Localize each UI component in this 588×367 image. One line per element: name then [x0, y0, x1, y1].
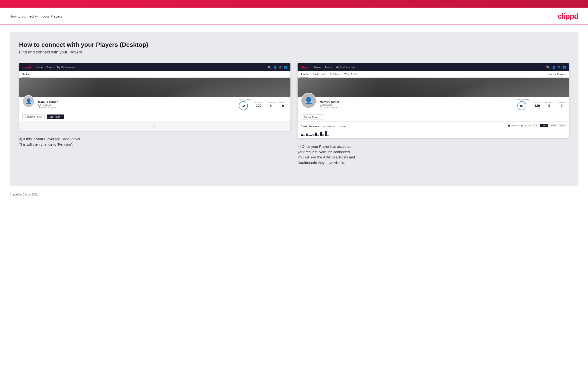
page-heading: How to connect with your Players (Deskto… [19, 41, 569, 49]
chart-on-bar-1 [306, 133, 308, 136]
right-player-info: Marcus Turner 1-5 Handicap 📍 United King… [320, 100, 339, 108]
search-icon[interactable]: 🔍 [268, 66, 271, 69]
on-course-legend-label: On course [511, 125, 519, 127]
time-filter-1yr[interactable]: 1 yr [533, 124, 539, 127]
header-title: How to connect with your Players [9, 14, 62, 18]
right-quality-block: Player Quality 92 [517, 99, 529, 110]
tab-profile-right[interactable]: Profile [300, 71, 309, 77]
left-following-label: Following [279, 101, 287, 103]
remove-player-button[interactable]: Remove Player ✕ [301, 115, 324, 119]
right-activities-label: Activities [533, 101, 541, 103]
right-caption: 4) Once your Player has acceptedyour req… [298, 144, 569, 165]
tab-what-to-on-right[interactable]: What To On [344, 71, 358, 77]
right-followers-stat: Followers 0 [545, 101, 553, 108]
right-user-label[interactable]: Marcus Turner ▾ [548, 72, 566, 77]
left-profile-hero [19, 78, 290, 97]
scissors-icon: ✂ [152, 123, 157, 129]
left-activities-label: Activities [255, 101, 262, 103]
page-subheading: Find and connect with your Players [19, 50, 569, 55]
right-player-location: 📍 United Kingdom [320, 106, 339, 108]
chart-off-bar-5 [327, 135, 329, 136]
off-course-legend-label: Off course [524, 125, 532, 127]
left-player-location: 📍 United Kingdom [38, 106, 58, 108]
time-filter-1mth[interactable]: 1 mth [559, 124, 566, 127]
right-followers-value: 0 [545, 104, 553, 108]
right-globe-icon[interactable]: 🌐 [562, 66, 566, 69]
remove-x-icon: ✕ [320, 116, 321, 118]
activity-controls: On course Off course 1 yr 6 mths 3 mths … [508, 124, 566, 127]
chart-off-bar-0 [303, 135, 305, 136]
left-action-buttons: Request to Follow Add Player + [19, 113, 290, 121]
screenshot-right-col: clippd Home Teams My Performance 🔍 👤 ⚙ 🌐… [298, 63, 569, 165]
right-nav-teams[interactable]: Teams [325, 66, 332, 69]
right-activities-stat: Activities 129 [533, 101, 541, 108]
chart-off-bar-2 [312, 134, 314, 136]
screenshots-row: clippd Home Teams My Performance 🔍 👤 ⚙ 🌐… [19, 63, 569, 165]
right-profile-hero [298, 78, 569, 97]
right-nav-performance[interactable]: My Performance [336, 66, 355, 69]
right-quality-circle: 92 [517, 101, 526, 110]
right-followers-label: Followers [545, 101, 553, 103]
off-course-legend-dot [521, 125, 523, 127]
settings-icon[interactable]: ⚙ [279, 66, 282, 69]
left-nav-teams[interactable]: Teams [46, 66, 54, 69]
left-player-name: Marcus Turner [38, 100, 58, 104]
left-player-info: Marcus Turner 1-5 Handicap 📍 United King… [38, 100, 58, 108]
header: How to connect with your Players clippd [0, 8, 588, 25]
right-profile-info: 👤 Marcus Turner 1-5 Handicap 📍 United Ki… [298, 97, 569, 113]
chart-on-bar-2 [311, 135, 312, 136]
right-quality-label: Player Quality [517, 99, 529, 101]
right-app-nav: clippd Home Teams My Performance 🔍 👤 ⚙ 🌐 [298, 63, 569, 71]
right-following-value: 0 [558, 104, 566, 108]
left-followers-value: 0 [267, 104, 275, 108]
copyright-text: Copyright Clippd 2022 [9, 193, 38, 196]
screenshot-left-col: clippd Home Teams My Performance 🔍 👤 ⚙ 🌐… [19, 63, 290, 165]
activity-title: Activity Summary [301, 125, 319, 127]
right-user-icon[interactable]: 👤 [552, 66, 556, 69]
time-filter-6mths[interactable]: 6 mths [540, 124, 548, 127]
chart-off-bar-3 [317, 135, 319, 136]
left-app-nav: clippd Home Teams My Performance 🔍 👤 ⚙ 🌐 [19, 63, 290, 71]
left-avatar-icon: 👤 [26, 98, 32, 105]
chart-bar-group-4 [320, 132, 324, 136]
right-tab-bar: Profile Dashboard Activities What To On … [298, 71, 569, 78]
right-activities-value: 129 [533, 104, 541, 108]
user-icon[interactable]: 👤 [273, 66, 277, 69]
right-player-name: Marcus Turner [320, 100, 339, 104]
time-filter-3mths[interactable]: 3 mths [549, 124, 557, 127]
main-content: How to connect with your Players (Deskto… [9, 32, 579, 186]
right-settings-icon[interactable]: ⚙ [558, 66, 560, 69]
chart-bar-group-0 [301, 134, 305, 136]
footer: Copyright Clippd 2022 [0, 193, 588, 201]
right-nav-home[interactable]: Home [314, 66, 321, 69]
left-nav-home[interactable]: Home [36, 66, 43, 69]
right-following-stat: Following 0 [558, 101, 566, 108]
right-player-handicap: 1-5 Handicap [320, 104, 339, 106]
activity-subtitle: Monthly Activity · 6 Months [323, 125, 346, 127]
logo: clippd [558, 12, 579, 21]
add-player-button[interactable]: Add Player + [47, 115, 64, 119]
left-following-value: 0 [279, 104, 287, 108]
tab-profile-left[interactable]: Profile [22, 71, 30, 77]
left-screenshot-bottom: ✂ [19, 121, 290, 131]
tab-dashboard-right[interactable]: Dashboard [312, 71, 325, 77]
right-nav-icons: 🔍 👤 ⚙ 🌐 [546, 66, 566, 69]
chart-bar-group-5 [325, 131, 329, 136]
left-followers-stat: Followers 0 [267, 101, 275, 108]
right-stats-area: Player Quality 92 Activities 129 Followe… [517, 99, 566, 110]
right-search-icon[interactable]: 🔍 [546, 66, 550, 69]
globe-icon[interactable]: 🌐 [284, 66, 288, 69]
request-follow-button[interactable]: Request to Follow [22, 115, 45, 119]
top-bar [0, 0, 588, 8]
chart-off-bar-4 [322, 134, 324, 136]
tab-activities-right[interactable]: Activities [329, 71, 340, 77]
left-following-stat: Following 0 [279, 101, 287, 108]
chart-on-bar-5 [325, 131, 327, 136]
left-caption: 3) If this is your Player tap, 'Add Play… [19, 136, 290, 147]
chart-on-bar-4 [320, 132, 322, 136]
left-nav-performance[interactable]: My Performance [57, 66, 76, 69]
left-avatar: 👤 [22, 95, 35, 108]
chart-off-bar-1 [308, 135, 310, 136]
right-avatar-icon: 👤 [304, 97, 313, 105]
left-tab-bar: Profile [19, 71, 290, 78]
